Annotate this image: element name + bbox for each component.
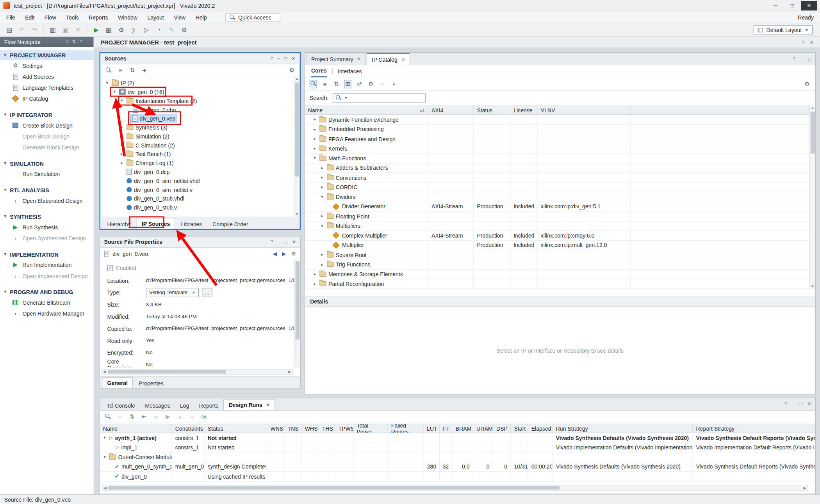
tab-ip-sources[interactable]: IP Sources bbox=[136, 218, 175, 229]
expander-icon[interactable]: ▸ bbox=[312, 272, 317, 277]
expander-icon[interactable]: ▸ bbox=[312, 137, 317, 141]
scroll-down-icon[interactable]: ▼ bbox=[810, 284, 815, 289]
quick-access-search[interactable]: Quick Access bbox=[225, 13, 280, 22]
play-button[interactable]: ▷ bbox=[141, 25, 152, 35]
help-icon[interactable]: ? bbox=[271, 239, 273, 244]
catalog-row-floating-point[interactable]: ▸Floating Point bbox=[305, 211, 809, 221]
nav-open-elaborated-design[interactable]: ›Open Elaborated Design bbox=[0, 195, 94, 206]
expand-all-icon[interactable]: ⇅ bbox=[128, 66, 136, 74]
expander-icon[interactable]: ▸ bbox=[319, 165, 324, 170]
board-button[interactable]: ▦ bbox=[103, 25, 114, 35]
tab-properties[interactable]: Properties bbox=[134, 378, 168, 388]
minimize-icon[interactable]: ─ bbox=[277, 56, 280, 61]
run-row-mult-gen-0-synth-1[interactable]: ✓mult_gen_0_synth_1 mult_gen_0 synth_des… bbox=[100, 462, 815, 472]
expander-icon[interactable]: ▾ bbox=[105, 80, 110, 85]
expander-icon[interactable]: ▾ bbox=[319, 224, 324, 228]
column-tns[interactable]: TNS bbox=[285, 424, 302, 433]
float-icon[interactable]: □ bbox=[800, 401, 802, 406]
expand-all-icon[interactable]: ⇅ bbox=[128, 412, 135, 421]
tree-item-div-gen-0-dcp[interactable]: div_gen_0.dcp bbox=[100, 167, 299, 176]
run-to-start-icon[interactable]: ⇤ bbox=[140, 412, 148, 421]
catalog-row-multiplier[interactable]: MultiplierProductionIncludedxilinx.com:i… bbox=[305, 241, 809, 250]
tree-item-sim-netlist-vhdl[interactable]: div_gen_0_sim_netlist.vhdl bbox=[100, 176, 299, 185]
column-status[interactable]: Status bbox=[205, 424, 267, 433]
float-icon[interactable]: □ bbox=[285, 56, 287, 61]
horizontal-scrollbar[interactable]: ◀ ▶ bbox=[102, 369, 293, 375]
column-axi4[interactable]: AXI4 bbox=[428, 106, 474, 115]
tree-item-c-simulation[interactable]: ▸C Simulation (2) bbox=[100, 140, 299, 149]
expander-icon[interactable]: ▸ bbox=[119, 125, 124, 130]
help-icon[interactable]: ? bbox=[784, 401, 787, 406]
nav-create-block-design[interactable]: Create Block Design bbox=[0, 120, 94, 131]
catalog-search-input[interactable]: ▼ bbox=[333, 93, 426, 103]
menu-window[interactable]: Window bbox=[118, 14, 137, 20]
subtab-cores[interactable]: Cores bbox=[311, 65, 327, 77]
catalog-row-cordic[interactable]: ▸CORDIC bbox=[305, 183, 809, 192]
run-row-synth-1[interactable]: ▾▷synth_1 (active) constrs_1 Not started… bbox=[100, 433, 815, 443]
column-run-strategy[interactable]: Run Strategy bbox=[553, 424, 693, 433]
nav-add-sources[interactable]: Add Sources bbox=[0, 71, 94, 82]
tools-button[interactable]: ⚙ bbox=[179, 25, 189, 35]
tree-item-stub-vhdl[interactable]: div_gen_0_stub.vhdl bbox=[100, 194, 299, 203]
nav-run-implementation[interactable]: ▶Run Implementation bbox=[0, 259, 94, 270]
expander-icon[interactable]: ▾ bbox=[312, 156, 317, 160]
selected-item[interactable]: div_gen_0.veo bbox=[131, 114, 177, 122]
vertical-scrollbar[interactable]: ▲ ▼ bbox=[294, 76, 300, 217]
expander-icon[interactable]: ▸ bbox=[312, 127, 317, 131]
catalog-row-memories-storage[interactable]: ▸Memories & Storage Elements bbox=[305, 270, 809, 279]
expand-all-icon[interactable]: ⇅ bbox=[333, 80, 340, 88]
nav-open-hardware-manager[interactable]: ›Open Hardware Manager bbox=[0, 308, 94, 319]
tab-libraries[interactable]: Libraries bbox=[176, 219, 207, 229]
close-icon[interactable]: ✕ bbox=[292, 239, 296, 244]
nav-settings[interactable]: ⚙Settings bbox=[0, 60, 94, 71]
add-run-icon[interactable]: + bbox=[188, 412, 196, 421]
column-report-strategy[interactable]: Report Strategy bbox=[693, 424, 815, 433]
report-button[interactable]: ▥ bbox=[48, 25, 58, 35]
expander-icon[interactable]: ▾ bbox=[119, 98, 124, 103]
sum-button[interactable]: ∑ bbox=[128, 25, 139, 35]
scroll-up-icon[interactable]: ▲ bbox=[810, 106, 815, 111]
tab-design-runs[interactable]: Design Runs✕ bbox=[223, 399, 275, 410]
expander-icon[interactable]: ▸ bbox=[312, 117, 317, 122]
play-icon[interactable]: ▶ bbox=[164, 412, 172, 421]
expander-icon[interactable]: ▸ bbox=[319, 185, 324, 190]
vertical-scrollbar[interactable] bbox=[294, 260, 300, 367]
catalog-row-fpga-features[interactable]: ▸FPGA Features and Design bbox=[305, 134, 809, 144]
column-license[interactable]: License bbox=[510, 106, 538, 115]
run-row-impl-1[interactable]: ▷impl_1 constrs_1 Not started Vivado Imp… bbox=[100, 443, 815, 453]
forward-icon[interactable]: ▶ bbox=[282, 251, 286, 257]
minimize-icon[interactable]: ─ bbox=[800, 56, 804, 61]
close-button[interactable]: ✕ bbox=[801, 1, 817, 10]
step-back-icon[interactable]: « bbox=[152, 412, 160, 421]
section-synthesis[interactable]: ▼SYNTHESIS bbox=[0, 211, 94, 221]
tab-messages[interactable]: Messages bbox=[140, 400, 175, 410]
column-lut[interactable]: LUT bbox=[424, 424, 440, 433]
nav-generate-bitstream[interactable]: Generate Bitstream bbox=[0, 297, 94, 308]
menu-edit[interactable]: Edit bbox=[25, 14, 34, 20]
column-constraints[interactable]: Constraints bbox=[172, 424, 205, 433]
type-dropdown[interactable]: Verilog Template▼ bbox=[146, 287, 199, 297]
catalog-row-adders-subtracters[interactable]: ▸Adders & Subtracters bbox=[305, 163, 809, 173]
sort-icon[interactable]: ⇅ bbox=[72, 39, 76, 44]
tree-item-simulation[interactable]: ▸Simulation (2) bbox=[100, 132, 299, 141]
tree-item-instantiation-template[interactable]: ▾Instantiation Template (2) bbox=[100, 96, 299, 105]
nav-generate-block-design[interactable]: Generate Block Design bbox=[0, 142, 94, 153]
column-bram[interactable]: BRAM bbox=[452, 424, 473, 433]
undo-button[interactable]: ↶ bbox=[17, 25, 27, 35]
search-icon[interactable] bbox=[310, 80, 317, 88]
column-uram[interactable]: URAM bbox=[473, 424, 493, 433]
menu-file[interactable]: File bbox=[6, 14, 15, 20]
column-dsp[interactable]: DSP bbox=[493, 424, 511, 433]
menu-tools[interactable]: Tools bbox=[66, 14, 79, 20]
edit-button[interactable]: ✎ bbox=[166, 25, 177, 35]
details-header[interactable]: Details bbox=[305, 296, 815, 307]
nav-language-templates[interactable]: Language Templates bbox=[0, 82, 94, 93]
tree-item-change-log[interactable]: ▸Change Log (1) bbox=[100, 158, 299, 167]
search-icon[interactable] bbox=[104, 412, 112, 421]
nav-open-implemented-design[interactable]: ›Open Implemented Design bbox=[0, 270, 94, 281]
nav-open-synthesized-design[interactable]: ›Open Synthesized Design bbox=[0, 232, 94, 243]
catalog-row-multipliers[interactable]: ▾Multipliers bbox=[305, 221, 809, 231]
menu-icon[interactable]: ≡ bbox=[66, 39, 68, 44]
tree-item-div-gen-0[interactable]: ▾div_gen_0 (16) bbox=[100, 87, 299, 96]
redo-button[interactable]: ↷ bbox=[29, 25, 40, 35]
